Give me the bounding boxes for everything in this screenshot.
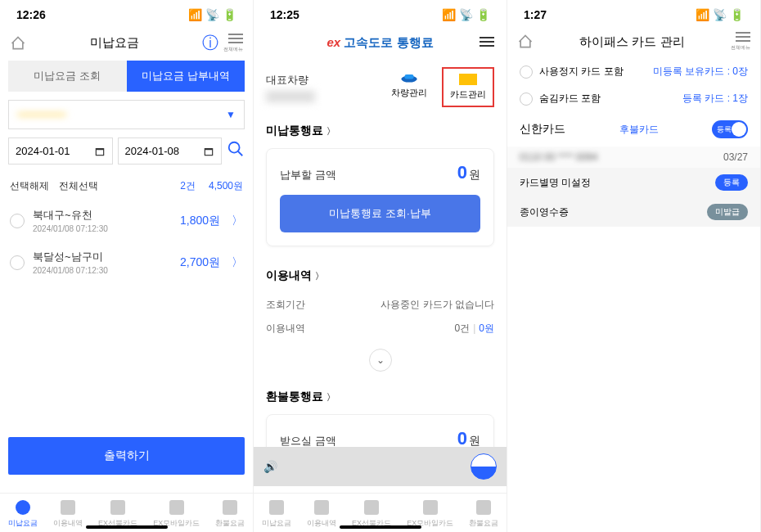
print-button[interactable]: 출력하기 — [8, 437, 245, 475]
mascot-icon[interactable] — [471, 453, 497, 480]
search-icon — [227, 140, 245, 158]
menu-button[interactable]: 전체메뉴 — [731, 32, 750, 52]
svg-rect-7 — [404, 74, 413, 79]
refund-icon — [476, 500, 491, 515]
unpaid-inquiry-button[interactable]: 미납통행료 조회·납부 — [280, 195, 480, 232]
card-number-row: 0110 00 **** 0094 03/27 — [507, 147, 760, 168]
header: 미납요금 ⓘ 전체메뉴 — [0, 25, 253, 61]
chevron-down-icon: ▼ — [226, 109, 236, 120]
section-refund[interactable]: 환불통행료〉 — [254, 380, 507, 414]
tab-history[interactable]: 미납요금 납부내역 — [127, 61, 245, 92]
nav-mobile[interactable]: EX모바일카드 — [153, 500, 200, 529]
section-usage[interactable]: 이용내역〉 — [254, 259, 507, 293]
timestamp: 2024/01/08 07:12:30 — [33, 224, 172, 233]
unpaid-card: 납부할 금액 0원 미납통행료 조회·납부 — [266, 148, 494, 246]
time: 1:27 — [524, 8, 547, 21]
battery-icon: 🔋 — [223, 8, 236, 21]
nav-prepaid[interactable]: EX선불카드 — [352, 500, 391, 529]
status-bar: 12:26 📶 📡 🔋 — [0, 0, 253, 25]
receipt-row: 종이영수증 미발급 — [507, 197, 760, 227]
radio-button[interactable] — [10, 255, 25, 270]
card-number: 0110 00 **** 0094 — [520, 151, 597, 163]
nav-mobile[interactable]: EX모바일카드 — [407, 500, 453, 529]
card-manage-tab[interactable]: 카드관리 — [442, 67, 494, 107]
list-item[interactable]: 북대구~유천 2024/01/08 07:12:30 1,800원 〉 — [0, 200, 253, 241]
logo-ex: ex — [326, 35, 340, 49]
nav-prepaid[interactable]: EX선불카드 — [98, 500, 137, 529]
register-badge[interactable]: 등록 — [715, 174, 748, 191]
chevron-right-icon: 〉 — [315, 271, 324, 281]
home-indicator — [340, 525, 421, 529]
home-indicator — [86, 525, 168, 529]
section-unpaid-toll[interactable]: 미납통행료〉 — [254, 114, 507, 148]
chevron-right-icon: 〉 — [326, 392, 335, 402]
search-button[interactable] — [227, 140, 245, 163]
nickname-row: 카드별명 미설정 등록 — [507, 168, 760, 197]
nav-history[interactable]: 이용내역 — [307, 500, 336, 529]
route-name: 북대구~유천 — [33, 208, 172, 223]
suspended-card-row: 사용정지 카드 포함 미등록 보유카드 : 0장 — [507, 58, 760, 85]
wifi-icon: 📡 — [713, 8, 727, 21]
amount-label: 납부할 금액 — [280, 168, 336, 183]
time: 12:26 — [16, 8, 46, 21]
receipt-icon — [61, 500, 75, 515]
car-icon — [399, 72, 419, 83]
signal-icon: 📶 — [696, 8, 709, 21]
home-icon[interactable] — [517, 34, 534, 50]
wifi-icon: 📡 — [459, 8, 473, 21]
battery-icon: 🔋 — [476, 8, 490, 21]
expand-button[interactable]: ⌄ — [369, 349, 392, 372]
deselect-button[interactable]: 선택해제 — [10, 179, 49, 193]
dropdown-value — [17, 113, 66, 116]
phone-1-unpaid-fees: 12:26 📶 📡 🔋 미납요금 ⓘ 전체메뉴 미납요금 조회 미납요금 납부내… — [0, 0, 254, 532]
not-issued-badge[interactable]: 미발급 — [707, 204, 748, 220]
nav-unpaid[interactable]: 미납요금 — [262, 500, 291, 529]
suspended-label: 사용정지 카드 포함 — [539, 65, 624, 79]
date-to-input[interactable]: 2024-01-08 — [118, 138, 223, 165]
nav-history[interactable]: 이용내역 — [53, 500, 83, 529]
nav-unpaid[interactable]: 미납요금 — [8, 500, 38, 529]
receipt-label: 종이영수증 — [520, 205, 569, 219]
card-type: 후불카드 — [619, 123, 659, 137]
svg-rect-1 — [96, 150, 102, 155]
registered-count: 등록 카드 : 1장 — [682, 92, 748, 106]
checkbox-hidden[interactable] — [520, 92, 533, 106]
calendar-icon — [94, 146, 106, 157]
route-name: 북달성~남구미 — [33, 250, 172, 264]
card-issuer: 신한카드 — [520, 122, 565, 137]
price: 1,800원 — [180, 214, 220, 228]
result-count: 2건 — [180, 179, 196, 193]
select-all-button[interactable]: 전체선택 — [59, 179, 98, 193]
speaker-icon[interactable]: 🔊 — [263, 460, 277, 473]
chevron-right-icon: 〉 — [232, 255, 243, 270]
nav-refund[interactable]: 환불요금 — [215, 500, 245, 529]
result-total: 4,500원 — [209, 179, 243, 193]
nav-refund[interactable]: 환불요금 — [469, 500, 498, 529]
radio-button[interactable] — [10, 214, 25, 228]
menu-button[interactable] — [480, 37, 494, 47]
vehicle-manage-tab[interactable]: 차량관리 — [385, 67, 434, 107]
refund-value: 0 — [457, 428, 467, 449]
period-row: 조회기간 사용중인 카드가 없습니다 — [254, 293, 507, 317]
status-bar: 12:25 📶 📡 🔋 — [254, 0, 507, 25]
hidden-label: 숨김카드 포함 — [539, 92, 601, 106]
help-icon[interactable]: ⓘ — [202, 32, 218, 54]
vehicle-row: 대표차량 차량관리 카드관리 — [254, 61, 507, 114]
date-from-input[interactable]: 2024-01-01 — [8, 138, 113, 165]
vehicle-number — [266, 91, 315, 102]
tab-inquiry[interactable]: 미납요금 조회 — [8, 61, 127, 92]
mobile-icon — [423, 500, 438, 515]
date-to-value: 2024-01-08 — [125, 145, 180, 157]
register-toggle[interactable]: 등록 — [712, 120, 748, 138]
time: 12:25 — [270, 8, 299, 21]
list-item[interactable]: 북달성~남구미 2024/01/08 07:12:30 2,700원 〉 — [0, 241, 253, 283]
status-bar: 1:27 📶 📡 🔋 — [507, 0, 760, 25]
battery-icon: 🔋 — [730, 8, 744, 21]
home-icon[interactable] — [10, 35, 26, 52]
checkbox-suspended[interactable] — [520, 65, 533, 79]
card-icon — [459, 74, 477, 85]
menu-button[interactable]: 전체메뉴 — [223, 34, 243, 53]
vehicle-dropdown[interactable]: ▼ — [8, 100, 245, 129]
usage-row: 이용내역 0건|0원 — [254, 317, 507, 340]
refund-icon — [223, 500, 237, 515]
